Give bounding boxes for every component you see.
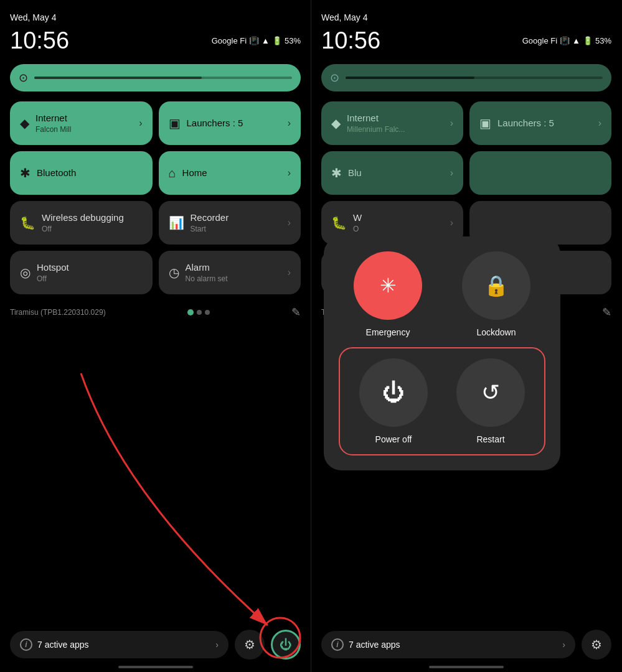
tile-wireless-debug-title: Wireless debugging xyxy=(42,212,143,223)
tile-launchers[interactable]: ▣ Launchers : 5 › xyxy=(159,101,301,145)
emergency-circle[interactable]: ✳ xyxy=(354,251,422,320)
left-status-bar: 10:56 Google Fi 📳 ▲ 🔋 53% xyxy=(10,27,301,54)
tile-home-text: Home xyxy=(182,167,281,179)
tile-home-title: Home xyxy=(182,167,281,179)
tile-internet-title: Internet xyxy=(35,113,133,124)
tile-internet[interactable]: ◆ Internet Falcon Mill › xyxy=(10,101,153,145)
right-edit-icon[interactable]: ✎ xyxy=(602,306,611,319)
right-wifi-tile-icon: ◆ xyxy=(331,116,341,131)
tile-home[interactable]: ⌂ Home › xyxy=(159,151,301,195)
right-active-apps-text: 7 active apps xyxy=(349,640,557,650)
power-off-icon: ⏻ xyxy=(382,380,405,406)
tile-hotspot[interactable]: ◎ Hotspot Off xyxy=(10,251,153,294)
power-button[interactable]: ⏻ xyxy=(271,630,301,660)
tile-bluetooth[interactable]: ✱ Bluetooth xyxy=(10,151,153,195)
right-tile-bluetooth[interactable]: ✱ Blu › xyxy=(321,151,463,195)
power-off-circle[interactable]: ⏻ xyxy=(359,358,428,427)
right-time: 10:56 xyxy=(321,27,380,54)
tile-recorder-arrow[interactable]: › xyxy=(288,217,291,228)
restart-button[interactable]: ↺ Restart xyxy=(447,358,534,444)
recorder-icon: 📊 xyxy=(169,215,184,230)
right-info-icon: i xyxy=(331,638,344,651)
power-off-button[interactable]: ⏻ Power off xyxy=(350,358,437,444)
right-brightness-icon: ⊙ xyxy=(330,71,339,85)
vibrate-icon: 📳 xyxy=(249,36,259,45)
right-brightness-track[interactable] xyxy=(346,77,603,79)
right-panel: Wed, May 4 10:56 Google Fi 📳 ▲ 🔋 53% ⊙ ◆… xyxy=(311,0,621,672)
brightness-slider[interactable]: ⊙ xyxy=(10,64,301,91)
version-text: Tiramisu (TPB1.220310.029) xyxy=(10,308,106,317)
right-tile-launchers-arrow[interactable]: › xyxy=(598,118,601,129)
edit-icon[interactable]: ✎ xyxy=(291,306,301,319)
right-brightness-slider[interactable]: ⊙ xyxy=(321,64,611,91)
emergency-icon: ✳ xyxy=(380,274,397,297)
right-status-icons: Google Fi 📳 ▲ 🔋 53% xyxy=(522,36,611,45)
tile-alarm-text: Alarm No alarm set xyxy=(186,262,281,283)
right-footer: i 7 active apps › ⚙ xyxy=(321,630,611,660)
tile-launchers-arrow[interactable]: › xyxy=(288,118,291,129)
right-vibrate-icon: 📳 xyxy=(560,36,570,45)
active-apps-button[interactable]: i 7 active apps › xyxy=(10,631,229,658)
right-tile-launchers-text: Launchers : 5 xyxy=(497,118,592,129)
right-tile-wireless-title: W xyxy=(353,212,444,223)
wifi-icon: ◆ xyxy=(20,116,29,131)
tile-hotspot-text: Hotspot Off xyxy=(37,262,143,283)
tile-hotspot-subtitle: Off xyxy=(37,274,143,283)
brightness-track[interactable] xyxy=(34,77,292,79)
tile-hotspot-title: Hotspot xyxy=(37,262,143,273)
active-apps-text: 7 active apps xyxy=(37,640,210,650)
right-tile-bluetooth-arrow[interactable]: › xyxy=(450,167,453,179)
right-tile-internet[interactable]: ◆ Internet Millennium Falc... › xyxy=(321,101,463,145)
restart-circle[interactable]: ↺ xyxy=(456,358,525,427)
hotspot-icon: ◎ xyxy=(20,265,31,280)
restart-label: Restart xyxy=(476,434,504,444)
info-icon: i xyxy=(20,638,32,651)
emergency-button[interactable]: ✳ Emergency xyxy=(339,251,437,337)
battery-icon: 🔋 xyxy=(272,36,282,45)
right-tile-wireless-text: W O xyxy=(353,212,444,233)
tile-internet-subtitle: Falcon Mill xyxy=(35,125,133,134)
tile-recorder-title: Recorder xyxy=(191,212,281,223)
tile-internet-text: Internet Falcon Mill xyxy=(35,113,133,134)
tile-wireless-debug-text: Wireless debugging Off xyxy=(42,212,143,233)
battery-percent: 53% xyxy=(285,36,301,45)
bluetooth-icon: ✱ xyxy=(20,166,31,180)
right-wireless-icon: 🐛 xyxy=(331,215,347,230)
tile-launchers-text: Launchers : 5 xyxy=(187,118,281,129)
right-tile-internet-subtitle: Millennium Falc... xyxy=(347,125,444,134)
tile-wireless-debug-subtitle: Off xyxy=(42,225,143,233)
tile-home-arrow[interactable]: › xyxy=(288,167,291,179)
right-brightness-fill xyxy=(346,77,474,79)
lockdown-button[interactable]: 🔒 Lockdown xyxy=(447,251,545,337)
tile-bluetooth-title: Bluetooth xyxy=(37,167,143,179)
right-active-apps-button[interactable]: i 7 active apps › xyxy=(321,631,575,658)
right-tile-bluetooth-text: Blu xyxy=(348,167,444,179)
right-tile-internet-title: Internet xyxy=(347,113,444,124)
right-tile-wireless-arrow[interactable]: › xyxy=(450,217,453,228)
tile-internet-arrow[interactable]: › xyxy=(139,118,142,129)
left-panel: Wed, May 4 10:56 Google Fi 📳 ▲ 🔋 53% ⊙ ◆… xyxy=(0,0,311,672)
right-tile-placeholder xyxy=(469,151,611,195)
right-date: Wed, May 4 xyxy=(321,12,611,22)
right-status-bar: 10:56 Google Fi 📳 ▲ 🔋 53% xyxy=(321,27,611,54)
right-tile-launchers[interactable]: ▣ Launchers : 5 › xyxy=(469,101,611,145)
right-wifi-icon: ▲ xyxy=(572,36,580,45)
power-off-label: Power off xyxy=(375,434,412,444)
right-tile-internet-arrow[interactable]: › xyxy=(450,118,453,129)
tile-alarm[interactable]: ◷ Alarm No alarm set › xyxy=(159,251,301,294)
red-arrow-annotation xyxy=(0,0,311,672)
power-bottom-row: ⏻ Power off ↺ Restart xyxy=(339,347,545,455)
dot-active xyxy=(187,309,194,315)
tile-recorder[interactable]: 📊 Recorder Start › xyxy=(159,201,301,245)
right-tile-wireless-subtitle: O xyxy=(353,225,444,233)
tile-alarm-arrow[interactable]: › xyxy=(288,267,291,278)
active-apps-arrow[interactable]: › xyxy=(215,640,219,650)
right-gear-button[interactable]: ⚙ xyxy=(582,630,611,660)
lockdown-circle[interactable]: 🔒 xyxy=(462,251,530,320)
monitor-icon: ▣ xyxy=(169,116,181,131)
version-dots xyxy=(187,309,210,315)
brightness-icon: ⊙ xyxy=(19,71,28,85)
gear-button[interactable]: ⚙ xyxy=(235,630,265,660)
right-active-apps-arrow[interactable]: › xyxy=(562,640,565,650)
tile-wireless-debug[interactable]: 🐛 Wireless debugging Off xyxy=(10,201,153,245)
